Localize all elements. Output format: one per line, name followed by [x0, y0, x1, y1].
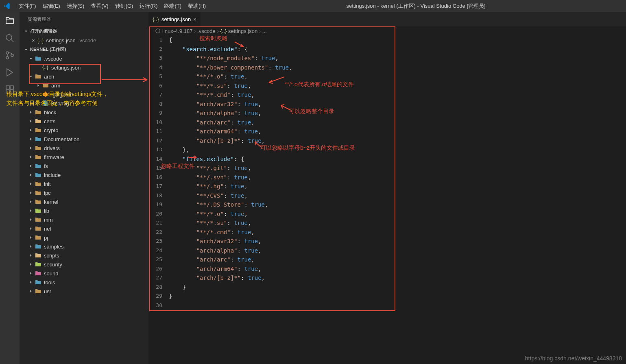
tree-item[interactable]: arm — [20, 81, 148, 90]
tree-item[interactable]: Documentation — [20, 135, 148, 144]
tree-item[interactable]: pj — [20, 233, 148, 242]
tree-item[interactable]: scripts — [20, 251, 148, 260]
menu-item[interactable]: 文件(F) — [15, 2, 39, 10]
tree-item[interactable]: block — [20, 108, 148, 117]
search-icon[interactable] — [5, 33, 15, 43]
tree-item[interactable]: .vscode — [20, 54, 148, 63]
circle-outline-icon — [155, 28, 161, 34]
tree-item[interactable]: tools — [20, 278, 148, 287]
tree-item[interactable]: samples — [20, 242, 148, 251]
tree-item[interactable]: {..}settings.json — [20, 63, 148, 72]
editor-content[interactable]: 1234567891011121314151617181920212223242… — [148, 35, 626, 364]
tab-settings-json[interactable]: {..} settings.json × — [148, 12, 201, 26]
svg-point-2 — [6, 52, 9, 54]
menu-item[interactable]: 编辑(E) — [39, 2, 63, 10]
open-editor-item[interactable]: × {..} settings.json .vscode — [20, 36, 148, 45]
tab-bar: {..} settings.json × — [148, 12, 626, 26]
code-area[interactable]: { "search.exclude": { "**/node_modules":… — [169, 35, 626, 364]
chevron-down-icon — [24, 47, 28, 52]
tree-item[interactable]: drivers — [20, 144, 148, 153]
source-control-icon[interactable] — [5, 50, 15, 60]
sidebar-title: 资源管理器 — [20, 12, 148, 26]
menu-item[interactable]: 终端(T) — [161, 2, 185, 10]
window-title: settings.json - kernel (工作区) - Visual St… — [209, 2, 623, 10]
svg-rect-8 — [10, 90, 13, 93]
menu-item[interactable]: 运行(R) — [136, 2, 161, 10]
close-icon[interactable]: × — [32, 37, 35, 44]
tree-item[interactable]: ipc — [20, 188, 148, 197]
svg-rect-7 — [6, 90, 9, 93]
tree-item[interactable]: arch — [20, 72, 148, 81]
tree-item[interactable]: sound — [20, 269, 148, 278]
explorer-icon[interactable] — [5, 16, 15, 26]
svg-rect-6 — [10, 86, 13, 89]
open-editors-header[interactable]: 打开的编辑器 — [20, 26, 148, 36]
svg-rect-5 — [6, 86, 9, 89]
sidebar: 资源管理器 打开的编辑器 × {..} settings.json .vscod… — [20, 12, 148, 364]
watermark: https://blog.csdn.net/weixin_44498318 — [525, 355, 622, 362]
tree-item[interactable]: fs — [20, 161, 148, 170]
tree-item[interactable]: certs — [20, 117, 148, 126]
line-gutter: 1234567891011121314151617181920212223242… — [148, 35, 169, 364]
tree-item[interactable]: Kconfig — [20, 99, 148, 108]
menu-item[interactable]: 选择(S) — [63, 2, 87, 10]
menu-item[interactable]: 转到(G) — [112, 2, 137, 10]
svg-point-3 — [6, 57, 9, 59]
menu-item[interactable]: 帮助(H) — [185, 2, 209, 10]
tree-item[interactable]: kernel — [20, 197, 148, 206]
svg-point-0 — [6, 35, 12, 40]
workspace-header[interactable]: KERNEL (工作区) — [20, 45, 148, 54]
titlebar: 文件(F)编辑(E)选择(S)查看(V)转到(G)运行(R)终端(T)帮助(H)… — [0, 0, 626, 12]
tree-item[interactable]: net — [20, 224, 148, 233]
run-debug-icon[interactable] — [5, 68, 15, 77]
tree-item[interactable]: include — [20, 170, 148, 179]
tree-item[interactable]: firmware — [20, 153, 148, 161]
close-tab-icon[interactable]: × — [193, 16, 196, 22]
tree-item[interactable]: security — [20, 260, 148, 269]
vscode-logo-icon — [3, 2, 11, 10]
extensions-icon[interactable] — [5, 85, 15, 94]
menu-item[interactable]: 查看(V) — [87, 2, 111, 10]
svg-line-1 — [11, 39, 13, 42]
tree-item[interactable]: usr — [20, 287, 148, 296]
tree-item[interactable]: init — [20, 179, 148, 188]
tree-item[interactable]: mm — [20, 215, 148, 224]
tree-item[interactable]: crypto — [20, 126, 148, 135]
activity-bar — [0, 12, 20, 364]
tree-item[interactable]: lib — [20, 206, 148, 215]
svg-point-9 — [156, 29, 160, 33]
breadcrumb[interactable]: linux-4.9.187 › .vscode › {..} settings.… — [148, 26, 626, 35]
tree-item[interactable]: .gitignore — [20, 90, 148, 99]
editor-area: {..} settings.json × linux-4.9.187 › .vs… — [148, 12, 626, 364]
chevron-down-icon — [24, 29, 28, 34]
